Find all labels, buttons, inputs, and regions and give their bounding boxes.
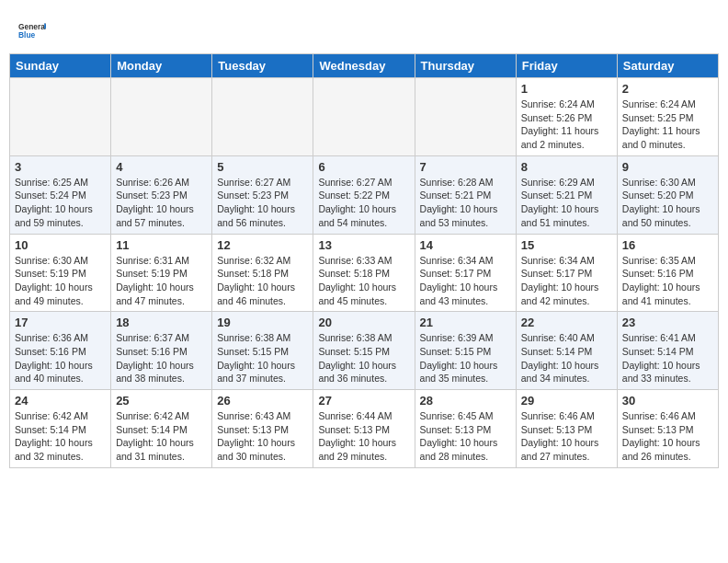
calendar-day-cell: 29Sunrise: 6:46 AM Sunset: 5:13 PM Dayli… [516, 390, 617, 468]
day-number: 20 [318, 316, 409, 329]
calendar-week-row: 3Sunrise: 6:25 AM Sunset: 5:24 PM Daylig… [10, 155, 719, 234]
calendar-day-cell: 6Sunrise: 6:27 AM Sunset: 5:22 PM Daylig… [313, 155, 415, 234]
calendar-week-row: 1Sunrise: 6:24 AM Sunset: 5:26 PM Daylig… [10, 78, 719, 156]
day-number: 3 [15, 160, 106, 174]
calendar-week-row: 24Sunrise: 6:42 AM Sunset: 5:14 PM Dayli… [10, 390, 719, 468]
day-number: 6 [318, 160, 409, 174]
day-info: Sunrise: 6:45 AM Sunset: 5:13 PM Dayligh… [420, 409, 511, 464]
calendar-day-cell: 27Sunrise: 6:44 AM Sunset: 5:13 PM Dayli… [313, 390, 415, 468]
calendar-day-cell [313, 78, 415, 156]
day-number: 14 [420, 238, 511, 252]
calendar-day-cell: 2Sunrise: 6:24 AM Sunset: 5:25 PM Daylig… [617, 78, 718, 156]
day-number: 7 [420, 160, 511, 174]
calendar-day-cell: 26Sunrise: 6:43 AM Sunset: 5:13 PM Dayli… [212, 390, 313, 468]
day-number: 12 [217, 238, 308, 252]
calendar-day-cell: 21Sunrise: 6:39 AM Sunset: 5:15 PM Dayli… [415, 312, 516, 390]
day-info: Sunrise: 6:43 AM Sunset: 5:13 PM Dayligh… [217, 409, 308, 464]
day-info: Sunrise: 6:25 AM Sunset: 5:24 PM Dayligh… [15, 176, 106, 230]
day-header-friday: Friday [516, 54, 617, 78]
calendar-week-row: 10Sunrise: 6:30 AM Sunset: 5:19 PM Dayli… [10, 234, 719, 312]
logo: General Blue [18, 17, 50, 44]
day-info: Sunrise: 6:27 AM Sunset: 5:23 PM Dayligh… [217, 176, 308, 230]
day-number: 16 [622, 238, 713, 252]
calendar-day-cell: 24Sunrise: 6:42 AM Sunset: 5:14 PM Dayli… [10, 390, 111, 468]
calendar-day-cell: 10Sunrise: 6:30 AM Sunset: 5:19 PM Dayli… [10, 234, 111, 312]
day-number: 29 [521, 394, 612, 408]
day-info: Sunrise: 6:24 AM Sunset: 5:25 PM Dayligh… [622, 98, 713, 152]
day-info: Sunrise: 6:42 AM Sunset: 5:14 PM Dayligh… [15, 409, 106, 464]
day-info: Sunrise: 6:36 AM Sunset: 5:16 PM Dayligh… [15, 331, 106, 385]
day-info: Sunrise: 6:33 AM Sunset: 5:18 PM Dayligh… [318, 254, 409, 308]
day-number: 17 [15, 316, 106, 329]
logo-icon: General Blue [18, 17, 46, 44]
calendar-day-cell: 23Sunrise: 6:41 AM Sunset: 5:14 PM Dayli… [617, 312, 718, 390]
day-info: Sunrise: 6:30 AM Sunset: 5:20 PM Dayligh… [622, 176, 713, 230]
day-number: 4 [116, 160, 207, 174]
day-info: Sunrise: 6:40 AM Sunset: 5:14 PM Dayligh… [521, 331, 612, 385]
day-header-tuesday: Tuesday [212, 54, 313, 78]
day-number: 25 [116, 394, 207, 408]
calendar-day-cell: 13Sunrise: 6:33 AM Sunset: 5:18 PM Dayli… [313, 234, 415, 312]
day-number: 21 [420, 316, 511, 329]
page-header: General Blue [9, 9, 719, 50]
day-number: 2 [622, 82, 713, 96]
calendar-day-cell: 4Sunrise: 6:26 AM Sunset: 5:23 PM Daylig… [111, 155, 212, 234]
calendar-day-cell: 25Sunrise: 6:42 AM Sunset: 5:14 PM Dayli… [111, 390, 212, 468]
day-info: Sunrise: 6:32 AM Sunset: 5:18 PM Dayligh… [217, 254, 308, 308]
calendar-day-cell: 17Sunrise: 6:36 AM Sunset: 5:16 PM Dayli… [10, 312, 111, 390]
day-header-sunday: Sunday [10, 54, 111, 78]
day-header-monday: Monday [111, 54, 212, 78]
day-number: 8 [521, 160, 612, 174]
day-number: 27 [318, 394, 409, 408]
calendar-day-cell: 3Sunrise: 6:25 AM Sunset: 5:24 PM Daylig… [10, 155, 111, 234]
day-info: Sunrise: 6:44 AM Sunset: 5:13 PM Dayligh… [318, 409, 409, 464]
day-number: 5 [217, 160, 308, 174]
day-number: 18 [116, 316, 207, 329]
day-info: Sunrise: 6:38 AM Sunset: 5:15 PM Dayligh… [318, 331, 409, 385]
day-number: 26 [217, 394, 308, 408]
day-number: 1 [521, 82, 612, 96]
day-info: Sunrise: 6:46 AM Sunset: 5:13 PM Dayligh… [622, 409, 713, 464]
day-number: 10 [15, 238, 106, 252]
day-number: 13 [318, 238, 409, 252]
calendar-day-cell: 14Sunrise: 6:34 AM Sunset: 5:17 PM Dayli… [415, 234, 516, 312]
day-info: Sunrise: 6:34 AM Sunset: 5:17 PM Dayligh… [420, 254, 511, 308]
calendar-day-cell: 22Sunrise: 6:40 AM Sunset: 5:14 PM Dayli… [516, 312, 617, 390]
calendar-day-cell: 28Sunrise: 6:45 AM Sunset: 5:13 PM Dayli… [415, 390, 516, 468]
day-number: 24 [15, 394, 106, 408]
day-info: Sunrise: 6:39 AM Sunset: 5:15 PM Dayligh… [420, 331, 511, 385]
day-info: Sunrise: 6:38 AM Sunset: 5:15 PM Dayligh… [217, 331, 308, 385]
calendar-day-cell: 7Sunrise: 6:28 AM Sunset: 5:21 PM Daylig… [415, 155, 516, 234]
day-info: Sunrise: 6:46 AM Sunset: 5:13 PM Dayligh… [521, 409, 612, 464]
day-number: 9 [622, 160, 713, 174]
day-info: Sunrise: 6:27 AM Sunset: 5:22 PM Dayligh… [318, 176, 409, 230]
calendar-table: SundayMondayTuesdayWednesdayThursdayFrid… [9, 53, 719, 468]
day-header-thursday: Thursday [415, 54, 516, 78]
calendar-day-cell: 15Sunrise: 6:34 AM Sunset: 5:17 PM Dayli… [516, 234, 617, 312]
day-info: Sunrise: 6:26 AM Sunset: 5:23 PM Dayligh… [116, 176, 207, 230]
calendar-day-cell [10, 78, 111, 156]
day-info: Sunrise: 6:24 AM Sunset: 5:26 PM Dayligh… [521, 98, 612, 152]
calendar-day-cell: 11Sunrise: 6:31 AM Sunset: 5:19 PM Dayli… [111, 234, 212, 312]
svg-text:Blue: Blue [18, 30, 36, 40]
day-info: Sunrise: 6:42 AM Sunset: 5:14 PM Dayligh… [116, 409, 207, 464]
calendar-day-cell [415, 78, 516, 156]
calendar-day-cell: 9Sunrise: 6:30 AM Sunset: 5:20 PM Daylig… [617, 155, 718, 234]
calendar-day-cell: 16Sunrise: 6:35 AM Sunset: 5:16 PM Dayli… [617, 234, 718, 312]
day-number: 19 [217, 316, 308, 329]
calendar-header-row: SundayMondayTuesdayWednesdayThursdayFrid… [10, 54, 719, 78]
day-number: 23 [622, 316, 713, 329]
day-header-wednesday: Wednesday [313, 54, 415, 78]
day-info: Sunrise: 6:31 AM Sunset: 5:19 PM Dayligh… [116, 254, 207, 308]
calendar-day-cell: 20Sunrise: 6:38 AM Sunset: 5:15 PM Dayli… [313, 312, 415, 390]
day-number: 30 [622, 394, 713, 408]
day-number: 28 [420, 394, 511, 408]
calendar-day-cell: 1Sunrise: 6:24 AM Sunset: 5:26 PM Daylig… [516, 78, 617, 156]
calendar-day-cell: 30Sunrise: 6:46 AM Sunset: 5:13 PM Dayli… [617, 390, 718, 468]
day-info: Sunrise: 6:41 AM Sunset: 5:14 PM Dayligh… [622, 331, 713, 385]
day-info: Sunrise: 6:35 AM Sunset: 5:16 PM Dayligh… [622, 254, 713, 308]
calendar-day-cell: 12Sunrise: 6:32 AM Sunset: 5:18 PM Dayli… [212, 234, 313, 312]
calendar-day-cell: 8Sunrise: 6:29 AM Sunset: 5:21 PM Daylig… [516, 155, 617, 234]
day-info: Sunrise: 6:28 AM Sunset: 5:21 PM Dayligh… [420, 176, 511, 230]
calendar-day-cell: 19Sunrise: 6:38 AM Sunset: 5:15 PM Dayli… [212, 312, 313, 390]
